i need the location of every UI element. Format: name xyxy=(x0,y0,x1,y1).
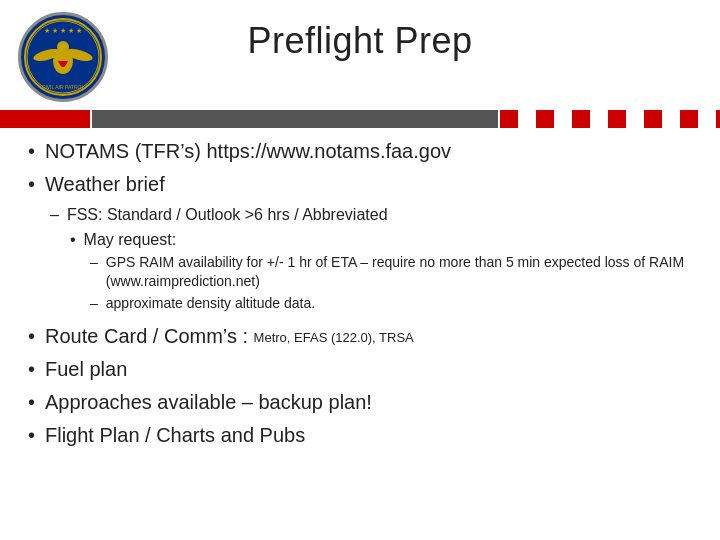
fuel-text: Fuel plan xyxy=(45,356,127,383)
bar-gray-middle xyxy=(92,110,498,128)
bar-red-left xyxy=(0,110,90,128)
route-card-small: Metro, EFAS (122.0), TRSA xyxy=(254,330,414,345)
bottom-bullets: • Route Card / Comm’s : Metro, EFAS (122… xyxy=(28,323,692,449)
may-request-list: • May request: – GPS RAIM availability f… xyxy=(70,229,692,313)
fss-dash: – xyxy=(50,204,59,226)
route-card-text: Route Card / Comm’s : Metro, EFAS (122.0… xyxy=(45,323,414,350)
may-request-item: • May request: xyxy=(70,229,692,251)
gps-dash: – xyxy=(90,253,98,272)
gps-raim-list: – GPS RAIM availability for +/- 1 hr of … xyxy=(90,253,692,313)
bar-checkered-right xyxy=(500,110,720,128)
density-text: approximate density altitude data. xyxy=(106,294,315,313)
flight-plan-text: Flight Plan / Charts and Pubs xyxy=(45,422,305,449)
decorative-bar xyxy=(0,110,720,128)
bullet-weather: • Weather brief xyxy=(28,171,692,198)
bullet-notams: • NOTAMS (TFR’s) https://www.notams.faa.… xyxy=(28,138,692,165)
notams-text: NOTAMS (TFR’s) https://www.notams.faa.go… xyxy=(45,138,451,165)
bullet-icon-route: • xyxy=(28,323,35,349)
weather-text: Weather brief xyxy=(45,171,165,198)
may-request-text: May request: xyxy=(84,229,176,251)
bullet-flight-plan: • Flight Plan / Charts and Pubs xyxy=(28,422,692,449)
bullet-route: • Route Card / Comm’s : Metro, EFAS (122… xyxy=(28,323,692,350)
svg-text:CIVIL AIR PATROL: CIVIL AIR PATROL xyxy=(42,84,85,90)
density-dash: – xyxy=(90,294,98,313)
title-area: Preflight Prep xyxy=(0,20,720,62)
approaches-text: Approaches available – backup plan! xyxy=(45,389,372,416)
fss-dash-item: – FSS: Standard / Outlook >6 hrs / Abbre… xyxy=(50,204,692,226)
page-title: Preflight Prep xyxy=(0,20,720,62)
content-area: • NOTAMS (TFR’s) https://www.notams.faa.… xyxy=(28,138,692,520)
slide-page: ★ ★ ★ ★ ★ CIVIL AIR PATROL Preflight Pre… xyxy=(0,0,720,540)
dot-icon: • xyxy=(70,229,76,251)
bullet-icon-2: • xyxy=(28,171,35,197)
bullet-approaches: • Approaches available – backup plan! xyxy=(28,389,692,416)
bullet-icon-flight: • xyxy=(28,422,35,448)
gps-dash-item: – GPS RAIM availability for +/- 1 hr of … xyxy=(90,253,692,291)
bullet-icon-fuel: • xyxy=(28,356,35,382)
gps-text: GPS RAIM availability for +/- 1 hr of ET… xyxy=(106,253,692,291)
bullet-icon-1: • xyxy=(28,138,35,164)
fss-text: FSS: Standard / Outlook >6 hrs / Abbrevi… xyxy=(67,204,388,226)
density-dash-item: – approximate density altitude data. xyxy=(90,294,692,313)
bullet-icon-approaches: • xyxy=(28,389,35,415)
fss-sublist: – FSS: Standard / Outlook >6 hrs / Abbre… xyxy=(50,204,692,313)
route-card-main: Route Card / Comm’s : xyxy=(45,325,248,347)
bullet-fuel: • Fuel plan xyxy=(28,356,692,383)
